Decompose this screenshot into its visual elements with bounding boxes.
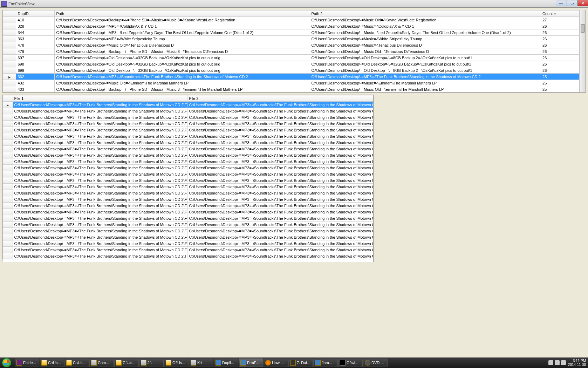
table-row[interactable]: C:\Users\Desmond\Desktop\-=MP3=-\The Fun…	[3, 184, 373, 190]
row-header[interactable]	[3, 23, 16, 29]
row-header[interactable]	[3, 17, 16, 23]
table-row[interactable]: C:\Users\Desmond\Desktop\-=MP3=-\The Fun…	[3, 108, 373, 114]
taskbar-item[interactable]: 7. Daf...	[288, 359, 313, 367]
table-row[interactable]: C:\Users\Desmond\Desktop\-=MP3=-\The Fun…	[3, 222, 373, 228]
taskbar-item[interactable]: FrmF...	[239, 359, 263, 367]
column-dupid[interactable]: DupID	[16, 11, 55, 17]
row-header[interactable]	[3, 234, 13, 240]
row-header[interactable]	[3, 209, 13, 215]
row-header[interactable]	[3, 222, 13, 228]
column-file1[interactable]: File 1	[13, 95, 187, 102]
row-header[interactable]	[3, 196, 13, 203]
table-row[interactable]: 402C:\Users\Desmond\Desktop\-=Music Old=…	[3, 80, 580, 86]
table-row[interactable]: 403C:\Users\Desmond\Desktop\-=Backup=-\-…	[3, 86, 580, 93]
row-header[interactable]	[3, 80, 16, 86]
table-row[interactable]: C:\Users\Desmond\Desktop\-=MP3=-\The Fun…	[3, 240, 373, 247]
taskbar-item[interactable]: Jam...	[313, 359, 338, 367]
taskbar-item[interactable]: C:\Us...	[164, 359, 189, 367]
table-row[interactable]: 698C:\Users\Desmond\Desktop\-=Old Deskto…	[3, 61, 580, 67]
row-header[interactable]	[3, 86, 16, 93]
row-header[interactable]	[3, 36, 16, 42]
taskbar-item[interactable]: How ...	[264, 359, 288, 367]
tray-volume-icon[interactable]	[561, 360, 566, 365]
folders-grid[interactable]: DupID Path Path 2 Count 410C:\Users\Desm…	[2, 10, 586, 93]
table-row[interactable]: 328C:\Users\Desmond\Desktop\-=MP3=-\Cold…	[3, 23, 580, 29]
table-row[interactable]: 410C:\Users\Desmond\Desktop\-=Backup=-\-…	[3, 17, 580, 23]
table-row[interactable]: C:\Users\Desmond\Desktop\-=MP3=-\The Fun…	[3, 146, 373, 152]
taskbar-item[interactable]: Dupli...	[214, 359, 238, 367]
taskbar-item[interactable]: C:\Us...	[64, 359, 89, 367]
tray-network-icon[interactable]	[555, 360, 560, 365]
row-header[interactable]	[3, 48, 16, 55]
table-row[interactable]: C:\Users\Desmond\Desktop\-=MP3=-\The Fun…	[3, 234, 373, 240]
taskbar-item[interactable]: C:\Us...	[40, 359, 64, 367]
minimize-button[interactable]: —	[556, 0, 566, 6]
table-row[interactable]: C:\Users\Desmond\Desktop\-=MP3=-\The Fun…	[3, 102, 373, 108]
row-header[interactable]	[3, 228, 13, 234]
row-header[interactable]	[3, 247, 13, 253]
tray-flag-icon[interactable]	[548, 360, 553, 365]
start-button[interactable]	[0, 357, 13, 368]
taskbar-item[interactable]: Com...	[89, 359, 114, 367]
table-row[interactable]: 479C:\Users\Desmond\Desktop\-=Backup=-\-…	[3, 48, 580, 55]
column-file2[interactable]: File 2	[187, 95, 373, 102]
close-button[interactable]: ✕	[577, 0, 588, 6]
row-header[interactable]	[3, 190, 13, 196]
table-row[interactable]: C:\Users\Desmond\Desktop\-=MP3=-\The Fun…	[3, 121, 373, 127]
table-row[interactable]: C:\Users\Desmond\Desktop\-=MP3=-\The Fun…	[3, 177, 373, 184]
table-row[interactable]: C:\Users\Desmond\Desktop\-=MP3=-\The Fun…	[3, 171, 373, 177]
row-header[interactable]	[3, 253, 13, 259]
table-row[interactable]: 697C:\Users\Desmond\Desktop\-=Old Deskto…	[3, 55, 580, 61]
column-path[interactable]: Path	[55, 11, 310, 17]
table-row[interactable]: 478C:\Users\Desmond\Desktop\-=Music Old=…	[3, 42, 580, 48]
column-path2[interactable]: Path 2	[310, 11, 541, 17]
taskbar-item[interactable]: C:\Us...	[114, 359, 139, 367]
table-row[interactable]: 362C:\Users\Desmond\Desktop\-=MP3=-\Soun…	[3, 74, 580, 80]
row-header[interactable]	[3, 171, 13, 177]
row-header[interactable]	[3, 61, 16, 67]
table-row[interactable]: C:\Users\Desmond\Desktop\-=MP3=-\The Fun…	[3, 203, 373, 209]
row-header[interactable]	[3, 158, 13, 165]
row-header[interactable]	[3, 102, 13, 108]
taskbar-item[interactable]: Folde...	[15, 359, 39, 367]
table-row[interactable]: C:\Users\Desmond\Desktop\-=MP3=-\The Fun…	[3, 196, 373, 203]
row-header[interactable]	[3, 55, 16, 61]
row-header[interactable]	[3, 114, 13, 121]
row-header[interactable]	[3, 29, 16, 36]
table-row[interactable]: C:\Users\Desmond\Desktop\-=MP3=-\The Fun…	[3, 209, 373, 215]
table-row[interactable]: 344C:\Users\Desmond\Desktop\-=MP3=-\Led …	[3, 29, 580, 36]
row-header[interactable]	[3, 139, 13, 146]
taskbar-clock[interactable]: 3:11 PM 2014-11-30	[568, 359, 586, 367]
table-row[interactable]: C:\Users\Desmond\Desktop\-=MP3=-\The Fun…	[3, 215, 373, 222]
table-row[interactable]: C:\Users\Desmond\Desktop\-=MP3=-\The Fun…	[3, 139, 373, 146]
row-header[interactable]	[3, 152, 13, 158]
row-header[interactable]	[3, 146, 13, 152]
system-tray[interactable]: 3:11 PM 2014-11-30	[546, 359, 588, 367]
row-header[interactable]	[3, 177, 13, 184]
row-header[interactable]	[3, 240, 13, 247]
column-count[interactable]: Count	[541, 11, 580, 17]
taskbar-item[interactable]: C:\wi...	[338, 359, 363, 367]
table-row[interactable]: C:\Users\Desmond\Desktop\-=MP3=-\The Fun…	[3, 127, 373, 133]
row-header[interactable]	[3, 203, 13, 209]
row-header[interactable]	[3, 67, 16, 74]
taskbar-item[interactable]: K:\	[189, 359, 213, 367]
table-row[interactable]: C:\Users\Desmond\Desktop\-=MP3=-\The Fun…	[3, 133, 373, 139]
row-header[interactable]	[3, 215, 13, 222]
table-row[interactable]: C:\Users\Desmond\Desktop\-=MP3=-\The Fun…	[3, 165, 373, 171]
row-header-corner[interactable]	[3, 95, 13, 102]
table-row[interactable]: C:\Users\Desmond\Desktop\-=MP3=-\The Fun…	[3, 114, 373, 121]
table-row[interactable]: 363C:\Users\Desmond\Desktop\-=MP3=-\Whit…	[3, 36, 580, 42]
taskbar-item[interactable]: DVD ...	[363, 359, 388, 367]
table-row[interactable]: C:\Users\Desmond\Desktop\-=MP3=-\The Fun…	[3, 228, 373, 234]
row-header[interactable]	[3, 108, 13, 114]
row-header[interactable]	[3, 74, 16, 80]
row-header[interactable]	[3, 133, 13, 139]
row-header[interactable]	[3, 42, 16, 48]
row-header[interactable]	[3, 121, 13, 127]
table-row[interactable]: 699C:\Users\Desmond\Desktop\-=Old Deskto…	[3, 67, 580, 74]
maximize-button[interactable]: ▭	[567, 0, 577, 6]
table-row[interactable]: C:\Users\Desmond\Desktop\-=MP3=-\The Fun…	[3, 247, 373, 253]
row-header[interactable]	[3, 127, 13, 133]
row-header[interactable]	[3, 184, 13, 190]
